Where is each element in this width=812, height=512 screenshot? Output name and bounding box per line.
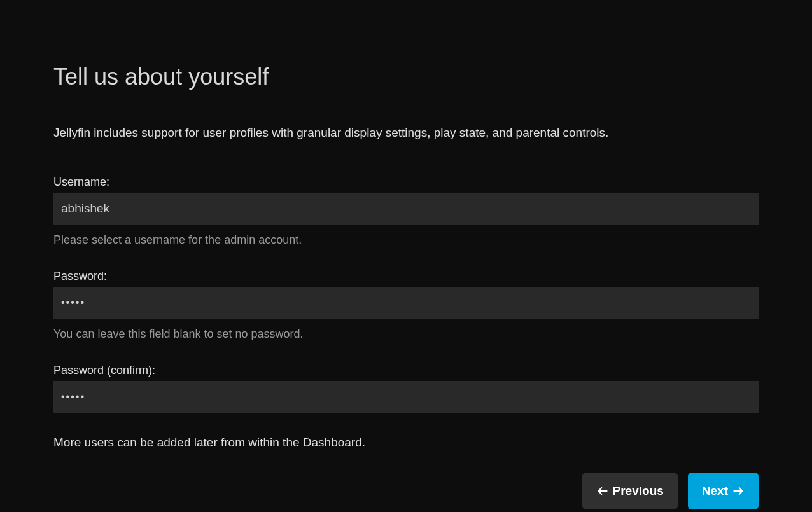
button-row: Previous Next <box>53 473 759 509</box>
password-confirm-input[interactable] <box>53 381 759 413</box>
password-input[interactable] <box>53 287 759 319</box>
page-title: Tell us about yourself <box>53 64 759 90</box>
next-button[interactable]: Next <box>688 473 759 509</box>
page-description: Jellyfin includes support for user profi… <box>53 126 759 140</box>
footer-note: More users can be added later from withi… <box>53 436 759 450</box>
password-confirm-label: Password (confirm): <box>53 364 759 377</box>
next-button-label: Next <box>702 484 728 498</box>
password-confirm-group: Password (confirm): <box>53 364 759 413</box>
password-help: You can leave this field blank to set no… <box>53 328 759 341</box>
username-help: Please select a username for the admin a… <box>53 233 759 247</box>
username-group: Username: Please select a username for t… <box>53 176 759 247</box>
previous-button[interactable]: Previous <box>582 473 678 509</box>
arrow-right-icon <box>732 485 745 497</box>
password-label: Password: <box>53 270 759 283</box>
previous-button-label: Previous <box>613 484 664 498</box>
arrow-left-icon <box>596 485 609 497</box>
setup-wizard-page: Tell us about yourself Jellyfin includes… <box>0 0 812 512</box>
username-input[interactable] <box>53 193 759 225</box>
password-group: Password: You can leave this field blank… <box>53 270 759 341</box>
username-label: Username: <box>53 176 759 189</box>
